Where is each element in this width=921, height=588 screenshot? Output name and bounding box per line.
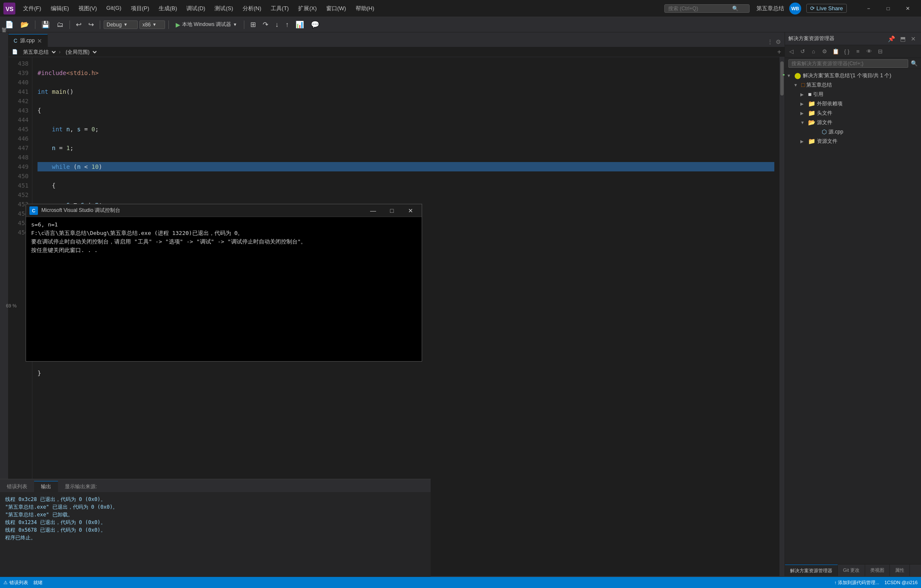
code-scrollbar[interactable] [779, 57, 785, 576]
bottom-panel-content: 线程 0x3c28 已退出，代码为 0 (0x0)。 "第五章总结.exe" 已… [0, 492, 431, 577]
tab-output[interactable]: 输出 [34, 481, 58, 492]
window-controls: − □ ✕ [859, 2, 918, 15]
rp-close-btn[interactable]: ✕ [909, 35, 918, 43]
close-button[interactable]: ✕ [898, 2, 918, 15]
source-files-item[interactable]: ▼ 📂 源文件 [785, 118, 921, 127]
tab-settings-icon[interactable]: ⚙ [776, 38, 781, 45]
search-input[interactable] [668, 6, 732, 12]
solution-explorer-header-btns: 📌 ⬒ ✕ [886, 35, 918, 43]
tab-bar: C 源.cpp ✕ ⋮ ⚙ [9, 32, 785, 47]
external-deps-item[interactable]: ▶ 📁 外部依赖项 [785, 99, 921, 108]
menu-tools[interactable]: 工具(T) [266, 3, 293, 14]
menu-build[interactable]: 生成(B) [154, 3, 181, 14]
breadcrumb-icon: 📄 [12, 49, 18, 55]
rp-tab-git-changes[interactable]: Git 更改 [838, 565, 865, 576]
console-icon: C [29, 206, 38, 215]
console-close-btn[interactable]: ✕ [403, 205, 418, 217]
rp-tool-settings[interactable]: ⚙ [820, 47, 829, 56]
scroll-thumb[interactable] [780, 61, 784, 96]
menu-view[interactable]: 视图(V) [74, 3, 101, 14]
menu-debug[interactable]: 调试(D) [182, 3, 209, 14]
debug-console-window: C Microsoft Visual Studio 调试控制台 — □ ✕ s=… [26, 204, 422, 362]
platform-dropdown[interactable]: x86 ▼ [139, 20, 165, 29]
references-item[interactable]: ▶ ■ 引用 [785, 90, 921, 99]
rp-tool-preview[interactable]: 👁 [864, 47, 874, 56]
tab-show-output[interactable]: 显示输出来源: [58, 481, 104, 492]
toolbar-save[interactable]: 💾 [39, 19, 52, 30]
menu-window[interactable]: 窗口(W) [322, 3, 350, 14]
svg-text:VS: VS [6, 6, 14, 12]
toolbar-undo[interactable]: ↩ [73, 19, 84, 30]
global-search[interactable]: 🔍 [664, 4, 750, 13]
breadcrumb-right-select[interactable]: (全局范围) [62, 49, 98, 55]
status-errors-icon[interactable]: ⚠ 错误列表 [3, 579, 28, 586]
maximize-button[interactable]: □ [878, 2, 898, 15]
toolbar-sep-2 [70, 20, 70, 29]
toolbar-step-out[interactable]: ↑ [283, 20, 291, 30]
solution-explorer-header: 解决方案资源管理器 📌 ⬒ ✕ [785, 32, 921, 45]
references-label: 引用 [813, 91, 918, 98]
console-minimize-btn[interactable]: — [365, 205, 381, 217]
menu-file[interactable]: 文件(F) [19, 3, 46, 14]
source-cpp-item[interactable]: ▶ ⬡ 源.cpp [785, 127, 921, 136]
toolbar-performance[interactable]: 📊 [293, 19, 307, 30]
rp-tool-collapseall[interactable]: ⊟ [875, 47, 885, 56]
add-to-source-control-label[interactable]: ↑ 添加到源代码管理... [834, 579, 879, 586]
toolbar-step-into[interactable]: ↓ [272, 20, 281, 30]
resource-files-item[interactable]: ▶ 📁 资源文件 [785, 136, 921, 146]
rp-tool-refresh[interactable]: ↺ [798, 47, 807, 56]
toolbar-redo[interactable]: ↪ [86, 19, 96, 30]
run-button[interactable]: ▶ 本地 Windows 调试器 ▼ [172, 20, 240, 29]
tab-label: 源.cpp [20, 37, 35, 44]
resource-files-icon: 📁 [808, 138, 815, 145]
tab-menu-icon[interactable]: ⋮ [767, 38, 773, 45]
rp-pin-btn[interactable]: 📌 [886, 35, 897, 43]
menu-project[interactable]: 项目(P) [127, 3, 154, 14]
breadcrumb-left-select[interactable]: 第五章总结 [20, 49, 57, 55]
toolbar-open[interactable]: 📂 [18, 19, 32, 30]
rp-tool-home[interactable]: ⌂ [809, 47, 818, 56]
header-files-item[interactable]: ▶ 📁 头文件 [785, 108, 921, 118]
project-label: 第五章总结 [806, 81, 918, 89]
project-item[interactable]: ▼ □ 第五章总结 [785, 80, 921, 90]
toolbar-step-over[interactable]: ↷ [260, 19, 271, 30]
external-deps-icon: 📁 [808, 100, 815, 107]
solution-icon: ⬤ [794, 72, 801, 79]
toolbar-comment[interactable]: 💬 [308, 19, 322, 30]
toolbar-new-project[interactable]: 📄 [3, 19, 16, 30]
code-line-439: int main() [38, 87, 774, 96]
menu-extensions[interactable]: 扩展(X) [294, 3, 321, 14]
menu-edit[interactable]: 编辑(E) [46, 3, 73, 14]
rp-tab-solution-explorer[interactable]: 解决方案资源管理器 [785, 565, 838, 576]
code-line-442: n = 1; [38, 143, 774, 153]
code-line-456 [38, 406, 774, 415]
tab-error-list[interactable]: 错误列表 [0, 481, 34, 492]
minimize-button[interactable]: − [859, 2, 878, 15]
toolbar-breakpoints[interactable]: ⊞ [248, 19, 258, 30]
toolbox-label[interactable]: 工具箱 [0, 32, 8, 39]
menu-help[interactable]: 帮助(H) [351, 3, 379, 14]
solution-search-input[interactable] [788, 59, 908, 68]
menu-analyze[interactable]: 分析(N) [238, 3, 266, 14]
live-share-button[interactable]: ⟳ Live Share [806, 4, 847, 13]
solution-root-item[interactable]: ▼ ⬤ 解决方案'第五章总结'(1 个项目/共 1 个) [785, 71, 921, 80]
rp-restore-btn[interactable]: ⬒ [898, 35, 907, 43]
main-toolbar: 📄 📂 💾 🗂 ↩ ↪ Debug ▼ x86 ▼ ▶ 本地 Windows 调… [0, 17, 921, 32]
rp-tool-back[interactable]: ◁ [787, 47, 796, 56]
solution-explorer-search: 🔍 [785, 58, 921, 69]
rp-tab-properties[interactable]: 属性 [890, 565, 910, 576]
tab-source-cpp[interactable]: C 源.cpp ✕ [9, 34, 48, 47]
debug-config-dropdown[interactable]: Debug ▼ [104, 20, 138, 29]
toolbar-save-all[interactable]: 🗂 [54, 20, 66, 30]
menu-git[interactable]: Git(G) [102, 3, 125, 14]
rp-tool-filter[interactable]: ≡ [853, 47, 863, 56]
solution-label: 解决方案'第五章总结'(1 个项目/共 1 个) [803, 72, 918, 79]
breadcrumb-add-btn[interactable]: + [777, 48, 781, 56]
rp-tool-code[interactable]: { } [842, 47, 851, 56]
title-bar: VS 文件(F) 编辑(E) 视图(V) Git(G) 项目(P) 生成(B) … [0, 0, 921, 17]
rp-tool-properties[interactable]: 📋 [831, 47, 840, 56]
console-maximize-btn[interactable]: □ [384, 205, 400, 217]
rp-tab-class-view[interactable]: 类视图 [865, 565, 890, 576]
tab-close-button[interactable]: ✕ [37, 38, 42, 44]
menu-test[interactable]: 测试(S) [210, 3, 237, 14]
